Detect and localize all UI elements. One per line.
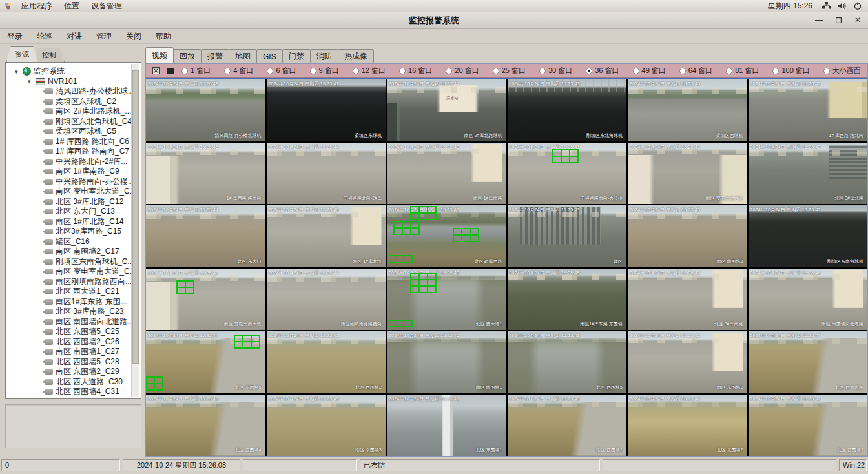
tree-node-camera-18[interactable]: 刚填区东南角球机_C... (15, 257, 140, 267)
expand-arrow-icon[interactable]: ▾ (15, 68, 23, 75)
layout-option-1窗口[interactable]: 1 窗口 (181, 66, 211, 76)
camera-feed-33[interactable]: 2024年10月24日 星期四 15:25:41北区 东围墙1 (387, 395, 506, 457)
tree-node-camera-15[interactable]: 北区3#库西路_C15 (15, 227, 140, 237)
tab-消防[interactable]: 消防 (310, 49, 338, 63)
camera-feed-30[interactable]: 2024年10月24日 星期四 15:25:47北区 西大道路 (749, 331, 868, 393)
tree-node-camera-10[interactable]: 中兴路路南向-办公楼... (15, 177, 140, 187)
power-icon[interactable] (852, 1, 863, 10)
tree-node-camera-25[interactable]: 北区 东围墙5_C25 (15, 327, 140, 337)
tree-node-camera-16[interactable]: 罐区_C16 (15, 237, 140, 247)
camera-feed-28[interactable]: 2024年10月24日 星期四 15:25:43北区 西围墙5 (508, 331, 627, 393)
layout-option-6窗口[interactable]: 6 窗口 (267, 66, 296, 76)
tab-地图[interactable]: 地图 (229, 49, 257, 63)
layout-option-9窗口[interactable]: 9 窗口 (310, 66, 339, 76)
layout-option-36窗口[interactable]: 36 窗口 (586, 66, 619, 76)
camera-feed-20[interactable]: 2024年10月24日 星期四 15:25:44南区刚填南路路西向 (267, 269, 386, 331)
camera-feed-26[interactable]: 2024年10月24日 星期四 15:25:41北区 西围墙2 (267, 331, 386, 393)
camera-feed-22[interactable]: 2024年10月24日 星期四 15:25:45南区1#库东路 东围墙 (508, 269, 627, 331)
tree-node-camera-13[interactable]: 北区 东大门_C13 (15, 207, 140, 217)
tree-node-camera-22[interactable]: 南区1#库东路 东围... (15, 297, 140, 307)
camera-feed-4[interactable]: 2024年10月24日 星期四 15:25:43刚填区东北角球机 (508, 79, 627, 141)
layout-option-49窗口[interactable]: 49 窗口 (633, 66, 666, 76)
tree-node-camera-14[interactable]: 南区 1#库北路_C14 (15, 217, 140, 227)
tree-node-camera-21[interactable]: 北区 西大道1_C21 (15, 287, 140, 297)
camera-feed-15[interactable]: 2024年10月24日 星期四 15:25:41北区3#库西路 (387, 205, 506, 267)
menu-item-3[interactable]: 对讲 (59, 30, 89, 43)
tree-node-camera-8[interactable]: 中兴路路北向-2#库... (15, 157, 140, 167)
camera-feed-16[interactable]: 2024年10月24日 星期四 15:25:43罐区 (508, 205, 627, 267)
layout-option-64窗口[interactable]: 64 窗口 (679, 66, 712, 76)
camera-feed-7[interactable]: 2024年10月24日 星期四 15:25:451# 库西路 路南向 (146, 143, 265, 205)
tree-node-camera-11[interactable]: 南区 变电室北大道_C... (15, 187, 140, 197)
tree-node-camera-30[interactable]: 北区 西大道路_C30 (15, 377, 140, 387)
camera-feed-2[interactable]: 2024年10月24日 星期四 15:25:41柔填区东球机 (267, 79, 386, 141)
camera-feed-6[interactable]: 2024年10月24日 星期四 15:25:421# 库西路 路北向 (749, 79, 868, 141)
camera-feed-18[interactable]: 2024年10月24日 星期四 15:25:42刚填区东南角球机 (749, 205, 868, 267)
menu-item-5[interactable]: 关闭 (119, 30, 149, 43)
sidebar-tab-资源[interactable]: 资源 (6, 46, 37, 62)
tree-node-camera-7[interactable]: 1# 库西路 路南向_C7 (15, 147, 140, 157)
camera-feed-27[interactable]: 2024年10月24日 星期四 15:25:45南区 南围墙1 (387, 331, 506, 393)
sidebar-tab-控制[interactable]: 控制 (34, 48, 65, 62)
tree-node-device[interactable]: ▾NVR101 (15, 77, 140, 87)
camera-feed-3[interactable]: 2024年10月24日 星期四 15:25:44南区 2#库北路球机污水站 (387, 79, 506, 141)
close-button[interactable]: ✕ (852, 15, 863, 25)
tab-热成像[interactable]: 热成像 (338, 49, 374, 63)
camera-feed-36[interactable]: 2024年10月24日 星期四 15:25:42北区 西围墙1 (749, 395, 868, 457)
tree-node-camera-6[interactable]: 1# 库西路 路北向_C6 (15, 137, 140, 147)
tab-门禁[interactable]: 门禁 (282, 49, 311, 63)
layout-option-4窗口[interactable]: 4 窗口 (224, 66, 253, 76)
tree-node-camera-29[interactable]: 南区 东围墙2_C29 (15, 367, 140, 377)
tree-node-camera-12[interactable]: 北区 3#库北路_C12 (15, 197, 140, 207)
volume-icon[interactable] (837, 1, 847, 10)
camera-feed-1[interactable]: 2024年10月24日 星期四 15:26:48清风四路-办公楼北球机 (146, 79, 265, 141)
tree-node-camera-26[interactable]: 北区 西围墙2_C26 (15, 337, 140, 347)
camera-feed-13[interactable]: 2024年10月24日 星期四 15:25:44北区 东大门 (146, 205, 265, 267)
maximize-button[interactable] (833, 15, 843, 25)
tree-node-camera-23[interactable]: 北区 3#库南路_C23 (15, 307, 140, 317)
network-icon[interactable] (822, 1, 832, 10)
layout-option-30窗口[interactable]: 30 窗口 (539, 66, 572, 76)
expand-arrow-icon[interactable]: ▾ (28, 78, 36, 85)
layout-option-12窗口[interactable]: 12 窗口 (353, 66, 386, 76)
desktop-menu-3[interactable]: 设备管理 (85, 0, 128, 12)
close-all-icon[interactable] (152, 67, 160, 74)
desktop-menu-2[interactable]: 位置 (58, 0, 85, 12)
tree-node-camera-28[interactable]: 北区 西围墙5_C28 (15, 357, 140, 367)
desktop-menu-1[interactable]: 应用程序 (16, 0, 58, 12)
stop-all-icon[interactable] (167, 68, 174, 74)
camera-feed-29[interactable]: 2024年10月24日 星期四 15:25:42南区 东围墙2 (628, 331, 747, 393)
camera-feed-11[interactable]: 2024年10月24日 星期四 15:25:47南区 变电室北大道 (628, 143, 747, 205)
layout-option-100窗口[interactable]: 100 窗口 (772, 66, 809, 76)
tree-node-root[interactable]: ▾监控系统 (15, 67, 140, 77)
tab-视频[interactable]: 视频 (145, 47, 174, 63)
tree-node-camera-3[interactable]: 南区 2#库北路球机_... (15, 107, 140, 117)
menu-item-2[interactable]: 轮巡 (30, 30, 59, 43)
camera-feed-17[interactable]: 2024年10月24日 星期四 15:25:45南区 南围墙2 (628, 205, 747, 267)
camera-feed-24[interactable]: 2024年10月24日 星期四 15:25:46南区 南围墙向北道路 (749, 269, 868, 331)
tab-GIS[interactable]: GIS (256, 49, 283, 63)
layout-option-大小画面[interactable]: 大小画面 (823, 66, 861, 76)
tab-回放[interactable]: 回放 (173, 49, 202, 63)
menu-item-4[interactable]: 管理 (89, 30, 119, 43)
camera-feed-14[interactable]: 2024年10月24日 星期四 15:25:46南区 1#库北路 (267, 205, 386, 267)
layout-option-25窗口[interactable]: 25 窗口 (493, 66, 526, 76)
tree-node-camera-19[interactable]: 南区 变电室南大道_C... (15, 267, 140, 277)
layout-option-20窗口[interactable]: 20 窗口 (446, 66, 479, 76)
camera-feed-32[interactable]: 2024年10月24日 星期四 15:25:43南区 南围墙3 (267, 395, 386, 457)
menu-item-6[interactable]: 帮助 (149, 30, 178, 43)
tree-node-camera-2[interactable]: 柔填区东球机_C2 (15, 97, 140, 107)
camera-feed-5[interactable]: 2024年10月24日 星期四 15:25:46柔填区西球机 (628, 79, 747, 141)
camera-feed-8[interactable]: 2024年10月24日 星期四 15:25:44中兴路路北向-2#库 (267, 143, 386, 205)
layout-option-81窗口[interactable]: 81 窗口 (726, 66, 759, 76)
camera-feed-23[interactable]: 2024年10月24日 星期四 15:25:42北区 3#库南路 (628, 269, 747, 331)
tree-node-camera-24[interactable]: 南区 南围墙向北道路... (15, 317, 140, 327)
camera-feed-35[interactable]: 2024年10月24日 星期四 15:25:44北区 北围墙2 (628, 395, 747, 457)
tree-node-camera-5[interactable]: 柔填区西球机_C5 (15, 127, 140, 137)
tree-node-camera-9[interactable]: 南区 1#库南路_C9 (15, 167, 140, 177)
camera-feed-34[interactable]: 2024年10月24日 星期四 15:25:45南区 西围墙1 (508, 395, 627, 457)
camera-feed-21[interactable]: 2024年10月24日 星期四 15:25:43北区 西大道1 (387, 269, 506, 331)
tree-node-camera-1[interactable]: 清风四路-办公楼北球... (15, 87, 140, 97)
tree-node-camera-17[interactable]: 南区 南围墙2_C17 (15, 247, 140, 257)
tree-scrollbar[interactable] (131, 64, 140, 397)
